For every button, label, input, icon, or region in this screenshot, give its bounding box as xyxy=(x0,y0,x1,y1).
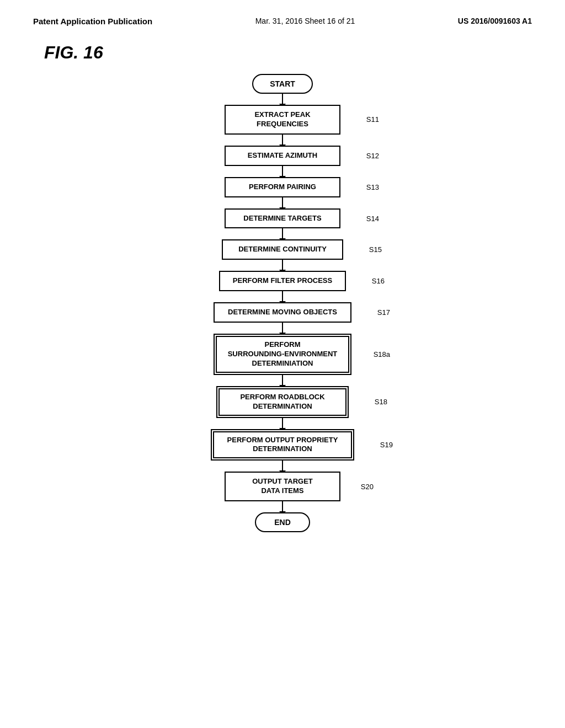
arrow-down-icon xyxy=(282,228,283,239)
flowchart-diagram: START EXTRACT PEAKFREQUENCIES S11 ESTIMA… xyxy=(0,68,565,554)
node-s15: DETERMINE CONTINUITY S15 xyxy=(222,239,343,260)
arrow-down-icon xyxy=(282,291,283,302)
flow-row-s14: DETERMINE TARGETS S14 xyxy=(225,208,340,229)
arrow-down-icon xyxy=(282,260,283,271)
arrow-9 xyxy=(282,375,283,386)
arrow-2 xyxy=(282,135,283,146)
s18a-label: S18a xyxy=(371,350,390,358)
arrow-down-icon xyxy=(282,418,283,429)
header-center: Mar. 31, 2016 Sheet 16 of 21 xyxy=(255,17,355,25)
flow-row-s19: PERFORM OUTPUT PROPRIETYDETERMINATION S1… xyxy=(211,429,354,461)
arrow-down-icon xyxy=(282,94,283,105)
arrow-1 xyxy=(282,94,283,105)
s16-label: S16 xyxy=(370,277,385,285)
node-s11: EXTRACT PEAKFREQUENCIES S11 xyxy=(225,105,340,135)
arrow-5 xyxy=(282,228,283,239)
s15-label: S15 xyxy=(367,245,382,254)
arrow-3 xyxy=(282,166,283,177)
arrow-down-icon xyxy=(282,375,283,386)
s14-box: DETERMINE TARGETS xyxy=(225,208,340,229)
arrow-down-icon xyxy=(282,501,283,512)
flow-row-s15: DETERMINE CONTINUITY S15 xyxy=(222,239,343,260)
s11-label: S11 xyxy=(364,115,379,124)
node-end: END xyxy=(255,512,310,532)
header-right: US 2016/0091603 A1 xyxy=(458,17,532,25)
s13-label: S13 xyxy=(364,183,379,191)
flow-row-end: END xyxy=(255,512,310,532)
s17-label: S17 xyxy=(375,308,390,317)
s20-box: OUTPUT TARGETDATA ITEMS xyxy=(225,472,340,501)
arrow-10 xyxy=(282,418,283,429)
page-header: Patent Application Publication Mar. 31, … xyxy=(0,0,565,31)
flow-row-start: START xyxy=(252,74,313,94)
s19-box: PERFORM OUTPUT PROPRIETYDETERMINATION xyxy=(211,429,354,461)
arrow-down-icon xyxy=(282,135,283,146)
header-left: Patent Application Publication xyxy=(33,17,152,26)
node-s20: OUTPUT TARGETDATA ITEMS S20 xyxy=(225,472,340,501)
node-s12: ESTIMATE AZIMUTH S12 xyxy=(225,146,340,166)
s18-box: PERFORM ROADBLOCKDETERMINATION xyxy=(216,386,349,418)
arrow-6 xyxy=(282,260,283,271)
node-start: START xyxy=(252,74,313,94)
flow-row-s12: ESTIMATE AZIMUTH S12 xyxy=(225,146,340,166)
s15-box: DETERMINE CONTINUITY xyxy=(222,239,343,260)
arrow-down-icon xyxy=(282,461,283,472)
figure-title: FIG. 16 xyxy=(0,31,565,68)
flow-row-s11: EXTRACT PEAKFREQUENCIES S11 xyxy=(225,105,340,135)
arrow-8 xyxy=(282,323,283,334)
arrow-down-icon xyxy=(282,166,283,177)
node-s17: DETERMINE MOVING OBJECTS S17 xyxy=(214,302,351,323)
s20-label: S20 xyxy=(359,483,374,491)
node-s14: DETERMINE TARGETS S14 xyxy=(225,208,340,229)
node-s18a: PERFORMSURROUNDING-ENVIRONMENTDETERMINIA… xyxy=(214,334,351,375)
flow-row-s18: PERFORM ROADBLOCKDETERMINATION S18 xyxy=(216,386,349,418)
s16-box: PERFORM FILTER PROCESS xyxy=(219,271,346,291)
node-s13: PERFORM PAIRING S13 xyxy=(225,177,340,197)
s12-label: S12 xyxy=(364,152,379,160)
flow-row-s13: PERFORM PAIRING S13 xyxy=(225,177,340,197)
flow-row-s16: PERFORM FILTER PROCESS S16 xyxy=(219,271,346,291)
arrow-11 xyxy=(282,461,283,472)
s14-label: S14 xyxy=(364,215,379,223)
end-box: END xyxy=(255,512,310,532)
s12-box: ESTIMATE AZIMUTH xyxy=(225,146,340,166)
s13-box: PERFORM PAIRING xyxy=(225,177,340,197)
arrow-down-icon xyxy=(282,197,283,208)
s18-label: S18 xyxy=(372,398,387,406)
flow-row-s20: OUTPUT TARGETDATA ITEMS S20 xyxy=(225,472,340,501)
arrow-4 xyxy=(282,197,283,208)
s18a-box: PERFORMSURROUNDING-ENVIRONMENTDETERMINIA… xyxy=(214,334,351,375)
flow-row-s17: DETERMINE MOVING OBJECTS S17 xyxy=(214,302,351,323)
s17-box: DETERMINE MOVING OBJECTS xyxy=(214,302,351,323)
start-box: START xyxy=(252,74,313,94)
s19-label: S19 xyxy=(378,441,393,449)
arrow-12 xyxy=(282,501,283,512)
node-s19: PERFORM OUTPUT PROPRIETYDETERMINATION S1… xyxy=(211,429,354,461)
node-s16: PERFORM FILTER PROCESS S16 xyxy=(219,271,346,291)
flow-row-s18a: PERFORMSURROUNDING-ENVIRONMENTDETERMINIA… xyxy=(214,334,351,375)
s11-box: EXTRACT PEAKFREQUENCIES xyxy=(225,105,340,135)
node-s18: PERFORM ROADBLOCKDETERMINATION S18 xyxy=(216,386,349,418)
arrow-7 xyxy=(282,291,283,302)
arrow-down-icon xyxy=(282,323,283,334)
